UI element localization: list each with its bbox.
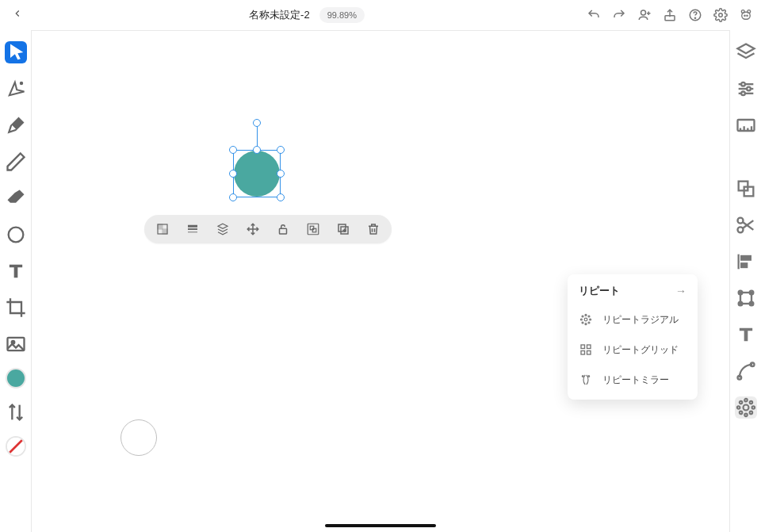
precision-panel[interactable] — [735, 114, 757, 136]
crop-tool[interactable] — [5, 297, 27, 319]
lock-button[interactable] — [274, 220, 292, 238]
combine-panel[interactable] — [735, 178, 757, 200]
svg-point-26 — [737, 218, 743, 224]
context-toolbar — [144, 215, 392, 243]
align-panel[interactable] — [735, 251, 757, 273]
unselected-ellipse[interactable] — [120, 419, 157, 456]
zoom-level[interactable]: 99.89% — [319, 7, 365, 23]
svg-marker-16 — [737, 44, 754, 54]
svg-point-45 — [739, 401, 742, 404]
repeat-radial-item[interactable]: リピートラジアル — [568, 304, 698, 335]
arrange-button[interactable] — [214, 220, 231, 238]
svg-point-6 — [719, 13, 723, 17]
image-tool[interactable] — [5, 333, 27, 355]
svg-rect-80 — [587, 351, 591, 355]
select-tool[interactable] — [5, 41, 27, 63]
svg-rect-9 — [742, 12, 751, 19]
popover-expand-icon[interactable]: → — [675, 285, 686, 297]
stroke-weight-button[interactable] — [184, 220, 201, 238]
path-panel[interactable] — [735, 360, 757, 382]
selected-ellipse[interactable] — [234, 151, 280, 197]
svg-point-71 — [580, 319, 582, 320]
move-button[interactable] — [244, 220, 262, 238]
home-indicator — [325, 524, 436, 527]
canvas[interactable]: リピート → リピートラジアル リピートグリッド リピートミラー — [32, 30, 729, 532]
undo-button[interactable] — [587, 8, 601, 22]
settings-button[interactable] — [713, 8, 728, 22]
share-button[interactable] — [663, 8, 677, 22]
mirror-icon — [579, 373, 593, 387]
svg-point-70 — [585, 323, 587, 325]
svg-point-74 — [588, 316, 590, 317]
back-button[interactable] — [8, 8, 27, 22]
svg-rect-61 — [312, 228, 316, 232]
direct-select-tool[interactable] — [5, 78, 27, 100]
svg-point-13 — [8, 228, 23, 243]
fill-color-swatch[interactable] — [7, 369, 25, 387]
repeat-grid-item[interactable]: リピートグリッド — [568, 335, 698, 365]
help-button[interactable] — [688, 8, 702, 22]
selection-box[interactable] — [233, 150, 281, 197]
properties-panel[interactable] — [735, 78, 757, 100]
svg-point-0 — [641, 10, 646, 15]
right-toolbar — [729, 30, 761, 532]
group-button[interactable] — [304, 220, 322, 238]
handle-n[interactable] — [253, 146, 261, 154]
handle-e[interactable] — [277, 170, 285, 178]
svg-rect-77 — [581, 345, 585, 349]
handle-ne[interactable] — [277, 146, 285, 154]
svg-point-68 — [584, 318, 587, 321]
type-panel[interactable] — [735, 323, 757, 346]
delete-button[interactable] — [365, 220, 382, 238]
scissors-panel[interactable] — [735, 214, 757, 236]
repeat-panel[interactable] — [735, 396, 757, 419]
svg-point-42 — [744, 414, 748, 417]
left-toolbar — [0, 30, 32, 532]
invite-button[interactable] — [637, 8, 652, 22]
svg-point-46 — [749, 401, 752, 404]
eraser-tool[interactable] — [5, 187, 27, 209]
layers-panel[interactable] — [735, 41, 757, 63]
duplicate-button[interactable] — [335, 220, 352, 238]
redo-button[interactable] — [612, 8, 626, 22]
svg-point-41 — [744, 399, 748, 402]
svg-rect-32 — [741, 263, 747, 267]
svg-marker-55 — [218, 224, 228, 228]
transparency-button[interactable] — [154, 220, 171, 238]
transform-panel[interactable] — [735, 287, 757, 309]
repeat-mirror-label: リピートミラー — [602, 373, 669, 387]
svg-point-76 — [588, 322, 590, 323]
svg-point-48 — [749, 411, 752, 415]
rotate-handle[interactable] — [253, 119, 261, 127]
handle-se[interactable] — [277, 193, 285, 201]
repeat-radial-label: リピートラジアル — [602, 313, 679, 327]
text-tool[interactable] — [5, 260, 27, 282]
handle-sw[interactable] — [229, 193, 237, 201]
handle-w[interactable] — [229, 170, 237, 178]
document-title: 名称未設定-2 — [249, 8, 310, 22]
stroke-color-swatch[interactable] — [7, 438, 25, 455]
svg-point-5 — [694, 17, 695, 18]
svg-point-11 — [747, 15, 748, 16]
svg-point-69 — [585, 314, 587, 316]
repeat-mirror-item[interactable]: リピートミラー — [568, 365, 698, 395]
handle-nw[interactable] — [229, 146, 237, 154]
svg-rect-51 — [163, 229, 167, 234]
pen-tool[interactable] — [5, 114, 27, 136]
svg-rect-60 — [310, 226, 314, 230]
svg-rect-79 — [581, 351, 585, 355]
svg-point-44 — [751, 406, 755, 409]
svg-point-73 — [582, 316, 583, 317]
bear-icon[interactable] — [739, 8, 753, 22]
rotate-line — [257, 124, 258, 147]
pencil-tool[interactable] — [5, 151, 27, 173]
ellipse-tool[interactable] — [5, 224, 27, 246]
svg-point-75 — [582, 322, 583, 323]
svg-point-38 — [737, 376, 741, 380]
repeat-grid-label: リピートグリッド — [602, 343, 679, 357]
arrows-tool[interactable] — [5, 401, 27, 423]
svg-point-81 — [582, 376, 583, 377]
svg-rect-50 — [158, 224, 163, 229]
svg-point-10 — [744, 15, 745, 16]
svg-rect-31 — [741, 256, 751, 260]
